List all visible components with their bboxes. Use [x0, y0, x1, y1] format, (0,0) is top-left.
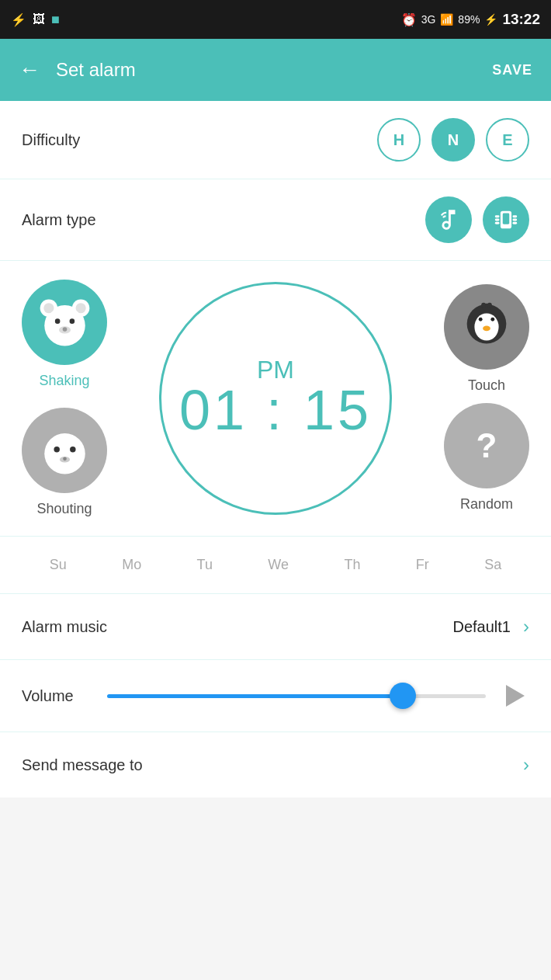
vibrate-icon [493, 207, 519, 233]
content: Difficulty H N E Alarm type [0, 101, 551, 798]
svg-point-20 [54, 446, 60, 452]
alarm-music-right: Default1 › [453, 616, 530, 638]
back-button[interactable]: ← [19, 57, 40, 82]
options-left: Shaking [22, 280, 107, 517]
alarm-type-row: Alarm type [0, 179, 551, 261]
touch-circle [444, 284, 529, 370]
alarm-music-value: Default1 [453, 618, 511, 636]
alarm-music-row[interactable]: Alarm music Default1 › [0, 594, 551, 660]
alarm-icon: ⏰ [401, 12, 417, 27]
day-tuesday[interactable]: Tu [189, 552, 220, 578]
day-saturday[interactable]: Sa [476, 552, 509, 578]
difficulty-h-button[interactable]: H [377, 118, 421, 162]
touch-label: Touch [468, 377, 505, 394]
svg-point-13 [46, 306, 84, 344]
random-circle[interactable]: ? [444, 403, 529, 488]
day-monday[interactable]: Mo [114, 552, 149, 578]
svg-point-30 [483, 326, 490, 332]
alarm-type-controls [425, 196, 529, 243]
svg-point-21 [70, 446, 76, 452]
day-thursday[interactable]: Th [336, 552, 368, 578]
day-sunday[interactable]: Su [42, 552, 75, 578]
svg-point-14 [54, 318, 60, 324]
signal-icon: 📶 [440, 13, 453, 26]
header-left: ← Set alarm [19, 57, 136, 82]
alarm-type-label: Alarm type [22, 211, 96, 229]
page-title: Set alarm [56, 59, 136, 81]
save-button[interactable]: SAVE [492, 62, 532, 78]
battery-icon: ⚡ [484, 13, 497, 26]
svg-point-29 [490, 318, 494, 321]
battery-label: 89% [458, 13, 480, 26]
alarm-options-section: Shaking [0, 261, 551, 537]
svg-point-19 [46, 434, 84, 472]
wifi-icon: ■ [51, 12, 60, 28]
day-wednesday[interactable]: We [260, 552, 296, 578]
alarm-type-sound-button[interactable] [425, 196, 472, 243]
send-message-label: Send message to [22, 756, 143, 774]
penguin-icon [456, 297, 517, 357]
svg-rect-1 [503, 214, 510, 224]
difficulty-controls: H N E [377, 118, 529, 162]
touch-option[interactable]: Touch [444, 284, 529, 394]
alarm-music-chevron-icon: › [523, 616, 529, 638]
seal-icon [36, 422, 94, 480]
svg-point-17 [62, 327, 67, 332]
volume-row: Volume [0, 660, 551, 732]
header: ← Set alarm SAVE [0, 39, 551, 101]
difficulty-e-button[interactable]: E [486, 118, 529, 162]
random-option[interactable]: ? Random [444, 403, 529, 513]
play-triangle-icon [506, 685, 525, 707]
network-label: 3G [421, 13, 436, 26]
volume-slider-container [107, 694, 486, 698]
options-right: Touch ? Random [444, 284, 529, 513]
clock-time: 01 : 15 [179, 378, 372, 442]
day-friday[interactable]: Fr [408, 552, 437, 578]
status-left: ⚡ 🖼 ■ [11, 12, 60, 28]
volume-play-button[interactable] [501, 682, 529, 710]
random-question-icon: ? [476, 426, 497, 465]
status-bar: ⚡ 🖼 ■ ⏰ 3G 📶 89% ⚡ 13:22 [0, 0, 551, 39]
svg-point-32 [481, 303, 486, 308]
difficulty-row: Difficulty H N E [0, 101, 551, 179]
alarm-type-vibrate-button[interactable] [483, 196, 529, 243]
usb-icon: ⚡ [11, 12, 26, 27]
bear-icon [36, 294, 94, 352]
svg-point-23 [63, 457, 67, 460]
volume-track[interactable] [107, 694, 486, 698]
send-message-chevron-icon: › [523, 754, 529, 776]
shouting-option[interactable]: Shouting [22, 408, 107, 517]
clock-container[interactable]: PM 01 : 15 [107, 282, 444, 515]
difficulty-label: Difficulty [22, 131, 80, 149]
volume-label: Volume [22, 687, 92, 705]
shouting-circle [22, 408, 107, 493]
status-right: ⏰ 3G 📶 89% ⚡ 13:22 [401, 11, 540, 28]
music-note-icon [435, 207, 462, 233]
volume-thumb[interactable] [390, 683, 416, 709]
clock-circle[interactable]: PM 01 : 15 [159, 282, 392, 515]
time-display: 13:22 [502, 11, 540, 28]
shaking-label: Shaking [39, 373, 89, 389]
image-icon: 🖼 [33, 12, 45, 26]
days-row: Su Mo Tu We Th Fr Sa [0, 537, 551, 594]
difficulty-n-button[interactable]: N [431, 118, 475, 162]
svg-point-33 [487, 303, 492, 308]
alarm-music-label: Alarm music [22, 618, 107, 636]
shouting-label: Shouting [36, 501, 92, 517]
svg-point-28 [479, 318, 483, 321]
random-label: Random [460, 496, 513, 513]
shaking-option[interactable]: Shaking [22, 280, 107, 389]
svg-point-15 [69, 318, 75, 324]
shaking-circle [22, 280, 107, 365]
send-message-row[interactable]: Send message to › [0, 732, 551, 798]
